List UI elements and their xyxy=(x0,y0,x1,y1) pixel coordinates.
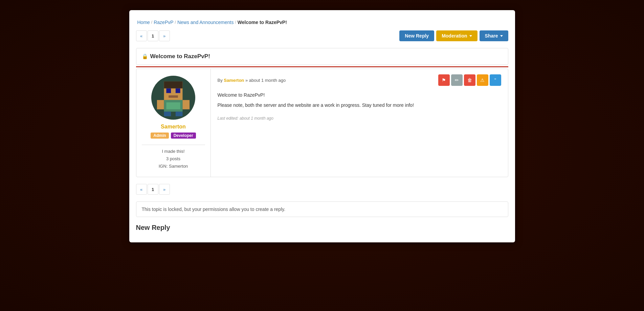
current-page-button[interactable]: 1 xyxy=(148,30,158,41)
main-container: Home / RazePvP / News and Announcements … xyxy=(129,10,515,242)
developer-badge: Developer xyxy=(171,133,196,139)
edit-icon: ✏ xyxy=(455,77,459,83)
breadcrumb-sep-1: / xyxy=(151,20,152,25)
edit-button[interactable]: ✏ xyxy=(451,74,463,86)
share-label: Share xyxy=(485,33,498,39)
prev-page-bottom-button[interactable]: « xyxy=(136,184,147,195)
moderation-button[interactable]: Moderation xyxy=(436,30,477,41)
topic-header: 🔒 Welcome to RazePvP! xyxy=(136,48,508,65)
delete-button[interactable]: 🗑 xyxy=(464,74,475,86)
post-container: Samerton Admin Developer I made this! 3 … xyxy=(136,69,508,177)
post-body-line1: Welcome to RazePvP! xyxy=(218,91,501,99)
breadcrumb: Home / RazePvP / News and Announcements … xyxy=(136,17,508,30)
svg-rect-4 xyxy=(176,89,180,93)
post-body: Welcome to RazePvP! Please note, both th… xyxy=(218,91,501,109)
post-body-line2: Please note, both the server and the web… xyxy=(218,101,501,109)
post-meta: By Samerton » about 1 month ago ⚑ ✏ xyxy=(218,74,501,86)
warn-button[interactable]: ⚠ xyxy=(477,74,488,86)
pagination-bottom: « 1 » xyxy=(136,184,508,195)
next-page-bottom-button[interactable]: » xyxy=(159,184,170,195)
flag-icon: ⚑ xyxy=(442,77,446,83)
svg-rect-2 xyxy=(164,81,183,89)
avatar-container xyxy=(151,76,195,120)
prev-page-button[interactable]: « xyxy=(136,30,147,41)
svg-rect-9 xyxy=(183,100,190,110)
post-meta-left: By Samerton » about 1 month ago xyxy=(218,78,286,83)
post-actions: ⚑ ✏ 🗑 ⚠ " xyxy=(438,74,501,86)
svg-rect-7 xyxy=(166,102,180,110)
new-reply-heading: New Reply xyxy=(136,224,508,232)
breadcrumb-current: Welcome to RazePvP! xyxy=(238,20,287,25)
breadcrumb-home[interactable]: Home xyxy=(137,20,150,25)
breadcrumb-razepvp[interactable]: RazePvP xyxy=(154,20,173,25)
svg-rect-5 xyxy=(169,95,178,98)
post-edited: Last edited: about 1 month ago xyxy=(218,116,501,121)
user-tagline: I made this! xyxy=(159,148,188,155)
svg-rect-10 xyxy=(164,112,171,116)
share-button[interactable]: Share xyxy=(480,30,508,41)
quote-icon: " xyxy=(494,77,496,83)
breadcrumb-sep-3: / xyxy=(235,20,236,25)
delete-icon: 🗑 xyxy=(467,77,472,83)
badges: Admin Developer xyxy=(151,133,196,139)
svg-rect-11 xyxy=(176,112,183,116)
post-time-separator: » xyxy=(245,78,248,83)
breadcrumb-sep-2: / xyxy=(175,20,176,25)
topic-title-text: Welcome to RazePvP! xyxy=(150,53,210,60)
quote-button[interactable]: " xyxy=(490,74,501,86)
post-content-area: By Samerton » about 1 month ago ⚑ ✏ xyxy=(211,69,508,177)
warn-icon: ⚠ xyxy=(480,77,485,83)
user-ign: IGN: Samerton xyxy=(159,163,188,170)
post-author-link[interactable]: Samerton xyxy=(224,78,244,83)
username: Samerton xyxy=(161,124,186,130)
topic-title: 🔒 Welcome to RazePvP! xyxy=(142,53,503,60)
red-divider xyxy=(136,66,508,67)
current-page-bottom-button[interactable]: 1 xyxy=(148,184,158,195)
user-info: I made this! 3 posts IGN: Samerton xyxy=(159,148,188,170)
flag-button[interactable]: ⚑ xyxy=(438,74,450,86)
svg-rect-8 xyxy=(157,100,164,110)
locked-notice: This topic is locked, but your permissio… xyxy=(136,201,508,217)
toolbar-row: « 1 » New Reply Moderation Share xyxy=(136,30,508,41)
user-posts: 3 posts xyxy=(159,155,188,163)
share-caret-icon xyxy=(500,35,503,37)
toolbar-buttons: New Reply Moderation Share xyxy=(399,30,508,41)
admin-badge: Admin xyxy=(151,133,169,139)
user-divider xyxy=(142,145,205,145)
moderation-label: Moderation xyxy=(442,33,467,39)
lock-icon: 🔒 xyxy=(142,53,148,59)
user-sidebar: Samerton Admin Developer I made this! 3 … xyxy=(136,69,211,177)
post-time-text: about 1 month ago xyxy=(249,78,286,83)
moderation-caret-icon xyxy=(469,35,472,37)
pagination-top: « 1 » xyxy=(136,30,170,41)
avatar xyxy=(155,79,192,116)
svg-rect-3 xyxy=(166,89,171,93)
next-page-button[interactable]: » xyxy=(159,30,170,41)
new-reply-button[interactable]: New Reply xyxy=(399,30,434,41)
breadcrumb-category[interactable]: News and Announcements xyxy=(177,20,234,25)
by-label: By xyxy=(218,78,223,83)
